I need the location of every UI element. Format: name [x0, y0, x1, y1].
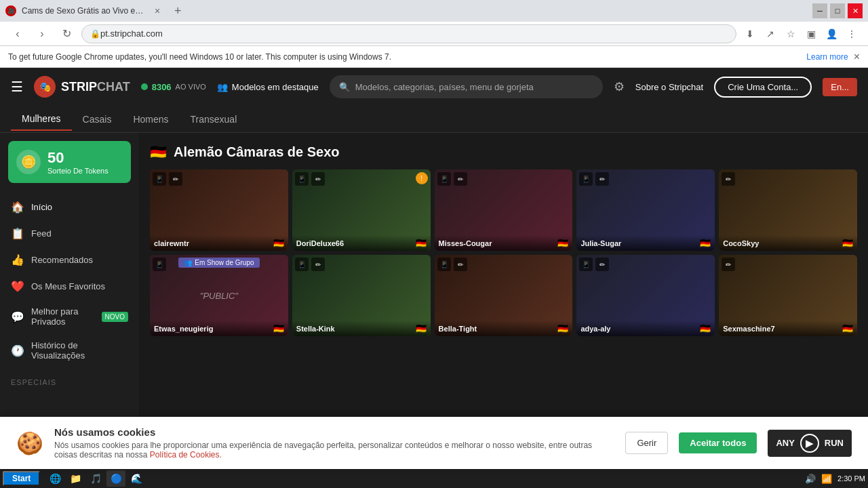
logo-icon: 🎭 [34, 76, 56, 98]
taskbar-media-icon[interactable]: 🎵 [86, 470, 105, 487]
group-badge-label: 👥 Em Show de Grupo [178, 258, 259, 268]
tab-homens[interactable]: Homens [122, 108, 179, 130]
cam-card-dorideluxe66[interactable]: 📱 ✏ ! DoriDeluxe66 🇩🇪 [292, 169, 431, 251]
taskbar-ie-icon[interactable]: 🌐 [45, 470, 64, 487]
network-icon[interactable]: 📶 [821, 474, 832, 484]
hd-icon-5: ✏ [722, 172, 735, 186]
cam-card-etwas-neugierig[interactable]: 📱 👥 Em Show de Grupo "PUBLIC" Etwas_neug… [150, 255, 288, 336]
cam-card-stella-kink[interactable]: 📱 ✏ Stella-Kink 🇩🇪 [292, 255, 431, 336]
models-featured-link[interactable]: 👥 Modelos em destaque [217, 82, 319, 92]
taskbar-edge-icon[interactable]: 🌊 [127, 470, 146, 487]
cookie-text-area: Nós usamos cookies Nós usamos cookies pa… [54, 426, 614, 460]
banner-close-btn[interactable]: × [854, 51, 860, 63]
hamburger-menu[interactable]: ☰ [11, 79, 23, 95]
update-banner: To get future Google Chrome updates, you… [0, 46, 868, 68]
settings-icon[interactable]: ⚙ [614, 79, 625, 94]
hd-icon-3: ✏ [454, 172, 467, 186]
cam-card-adya-aly[interactable]: 📱 ✏ adya-aly 🇩🇪 [576, 255, 715, 336]
cam-card-cocoskyy[interactable]: ✏ CocoSkyy 🇩🇪 [719, 169, 857, 251]
cam-card-julia-sugar[interactable]: 📱 ✏ Julia-Sugar 🇩🇪 [576, 169, 715, 251]
cookie-policy-link[interactable]: Política de Cookies [150, 450, 220, 460]
tab-mulheres[interactable]: Mulheres [11, 108, 72, 131]
models-label: Modelos em destaque [232, 82, 319, 92]
cam-card-misses-cougar[interactable]: 📱 ✏ Misses-Cougar 🇩🇪 [435, 169, 573, 251]
sidebar-item-favoritos[interactable]: ❤️ Os Meus Favoritos [0, 273, 139, 300]
cam-name-4: Julia-Sugar [580, 239, 621, 247]
cam-thumb-3: 📱 ✏ Misses-Cougar 🇩🇪 [435, 169, 573, 251]
token-giveaway-box[interactable]: 🪙 50 Sorteio De Tokens [8, 141, 131, 183]
token-number: 50 [47, 149, 108, 167]
logo[interactable]: 🎭 STRIPCHAT [34, 76, 130, 98]
close-window-btn[interactable]: ✕ [848, 3, 863, 18]
forward-btn[interactable]: › [33, 24, 52, 43]
start-btn[interactable]: Start [3, 471, 40, 486]
sidebar-item-privados[interactable]: 💬 Melhor para Privados NOVO [0, 300, 139, 333]
about-label: Sobre o Stripchat [635, 82, 703, 92]
cam-icons-9: 📱 ✏ [579, 258, 609, 271]
maximize-btn[interactable]: □ [830, 3, 845, 18]
group-icon: 👥 [184, 259, 192, 266]
sound-icon[interactable]: 🔊 [805, 474, 816, 484]
cam-overlay-2: DoriDeluxe66 🇩🇪 [292, 235, 431, 251]
search-icon: 🔍 [339, 82, 350, 92]
bookmark-icon[interactable]: ☆ [783, 26, 799, 42]
chat-icon: 💬 [11, 310, 24, 323]
search-bar[interactable]: 🔍 Modelos, categorias, países, menu de g… [330, 75, 603, 98]
sidebar-item-feed[interactable]: 📋 Feed [0, 220, 139, 247]
cam-thumb-1: 📱 ✏ clairewntr 🇩🇪 [150, 169, 288, 251]
language-btn[interactable]: En... [823, 78, 857, 96]
sidebar-toggle-icon[interactable]: ▣ [803, 26, 819, 42]
taskbar-chrome-icon[interactable]: 🔵 [106, 470, 125, 487]
share-icon[interactable]: ↗ [762, 26, 778, 42]
tab-close-btn[interactable]: × [155, 5, 160, 16]
tab-transexual[interactable]: Transexual [180, 108, 248, 130]
download-icon[interactable]: ⬇ [742, 26, 758, 42]
window-controls: ─ □ ✕ [812, 3, 863, 18]
mobile-icon-4: 📱 [579, 172, 593, 186]
mobile-icon-3: 📱 [437, 172, 451, 186]
cam-thumb-5: ✏ CocoSkyy 🇩🇪 [719, 169, 857, 251]
mobile-icon-8: 📱 [437, 258, 451, 271]
create-account-btn[interactable]: Crie Uma Conta... [714, 77, 812, 98]
sidebar-item-historico[interactable]: 🕐 Histórico de Visualizações [0, 333, 139, 367]
profile-icon[interactable]: 👤 [823, 26, 840, 42]
cam-card-bella-tight[interactable]: 📱 ✏ Bella-Tight 🇩🇪 [435, 255, 573, 336]
taskbar-folder-icon[interactable]: 📁 [66, 470, 85, 487]
cam-thumb-2: 📱 ✏ ! DoriDeluxe66 🇩🇪 [292, 169, 431, 251]
section-flag: 🇩🇪 [150, 144, 167, 160]
site-header: ☰ 🎭 STRIPCHAT 8306 AO VIVO 👥 Modelos em … [0, 68, 868, 106]
about-link[interactable]: Sobre o Stripchat [635, 82, 703, 92]
sidebar-item-inicio[interactable]: 🏠 Início [0, 194, 139, 220]
cam-flag-1: 🇩🇪 [273, 238, 284, 248]
sidebar-item-recomendados[interactable]: 👍 Recomendados [0, 247, 139, 273]
reload-btn[interactable]: ↻ [57, 24, 76, 43]
menu-icon[interactable]: ⋮ [844, 26, 860, 42]
cam-name-3: Misses-Cougar [439, 239, 492, 247]
learn-more-link[interactable]: Learn more [806, 52, 848, 62]
tab-casais[interactable]: Casais [72, 108, 123, 130]
cam-card-clairewntr[interactable]: 📱 ✏ clairewntr 🇩🇪 [150, 169, 288, 251]
hd-icon-9: ✏ [595, 258, 609, 271]
cookie-accept-btn[interactable]: Aceitar todos [679, 432, 757, 453]
cam-card-sexmaschine7[interactable]: ✏ Sexmaschine7 🇩🇪 [719, 255, 857, 336]
live-count-display: 8306 AO VIVO [141, 82, 206, 92]
cam-flag-10: 🇩🇪 [842, 323, 853, 333]
live-label: AO VIVO [176, 83, 206, 91]
cookie-manage-btn[interactable]: Gerir [625, 432, 668, 454]
gold-badge-2: ! [416, 172, 428, 184]
cam-overlay-3: Misses-Cougar 🇩🇪 [435, 235, 573, 251]
url-field[interactable]: 🔒 pt.stripchat.com [81, 24, 736, 43]
address-bar: ‹ › ↻ 🔒 pt.stripchat.com ⬇ ↗ ☆ ▣ 👤 ⋮ [0, 22, 868, 46]
cookie-description: Nós usamos cookies para lhe proporcionar… [54, 441, 614, 460]
historico-label: Histórico de Visualizações [31, 340, 128, 361]
cam-overlay-5: CocoSkyy 🇩🇪 [719, 235, 857, 251]
sidebar: 🪙 50 Sorteio De Tokens 🏠 Início 📋 Feed 👍… [0, 133, 139, 465]
public-label: "PUBLIC" [200, 291, 238, 301]
minimize-btn[interactable]: ─ [812, 3, 827, 18]
new-tab-btn[interactable]: + [168, 1, 187, 20]
back-btn[interactable]: ‹ [8, 24, 27, 43]
search-placeholder: Modelos, categorias, países, menu de gor… [355, 82, 534, 92]
cam-name-8: Bella-Tight [439, 325, 477, 333]
cam-name-7: Stella-Kink [296, 325, 335, 333]
live-number: 8306 [152, 82, 172, 92]
